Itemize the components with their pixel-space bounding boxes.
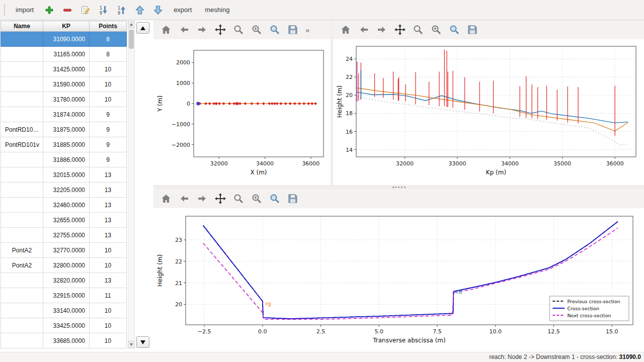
subplots-button[interactable] — [249, 191, 264, 206]
cell-kp[interactable]: 32755.0000 — [43, 228, 90, 243]
move-down-button[interactable] — [150, 3, 166, 18]
cell-kp[interactable]: 31590.0000 — [43, 77, 90, 92]
cell-name[interactable] — [1, 288, 43, 303]
cell-name[interactable]: PontRD101v — [1, 137, 43, 152]
cell-kp[interactable]: 33140.0000 — [43, 303, 90, 318]
save-button[interactable] — [285, 22, 300, 37]
cell-kp[interactable]: 32460.0000 — [43, 198, 90, 213]
cell-name[interactable] — [1, 318, 43, 333]
cross-section-figure[interactable]: rgrd−2.50.02.55.07.510.012.515.020212223… — [153, 208, 644, 352]
table-row[interactable]: 31165.00008 — [1, 47, 127, 62]
cell-points[interactable]: 13 — [90, 198, 127, 213]
save-button[interactable] — [465, 22, 480, 37]
cell-name[interactable] — [1, 92, 43, 107]
forward-button[interactable] — [195, 22, 210, 37]
edit-cross-section-button[interactable] — [78, 3, 93, 18]
move-up-button[interactable] — [132, 3, 147, 18]
table-row[interactable]: PontRD10…31875.00009 — [1, 122, 127, 137]
table-row[interactable]: 33425.000010 — [1, 318, 127, 333]
table-row[interactable]: 32915.000011 — [1, 288, 127, 303]
cell-name[interactable] — [1, 32, 43, 47]
cell-kp[interactable]: 33425.0000 — [43, 318, 90, 333]
cell-name[interactable] — [1, 333, 43, 348]
table-row[interactable]: 32015.000013 — [1, 167, 127, 183]
cell-points[interactable]: 10 — [90, 318, 127, 333]
cell-kp[interactable]: 31165.0000 — [43, 47, 90, 62]
cell-name[interactable]: PontRD10… — [1, 122, 43, 137]
cell-kp[interactable]: 31875.0000 — [43, 122, 90, 137]
scrollbar-track[interactable] — [128, 28, 135, 341]
cell-name[interactable] — [1, 273, 43, 288]
meshing-button[interactable]: meshing — [200, 3, 234, 17]
move-row-up-button[interactable] — [136, 22, 149, 34]
table-row[interactable]: 33140.000010 — [1, 303, 127, 318]
cell-kp[interactable]: 32770.0000 — [43, 243, 90, 258]
customize-button[interactable] — [267, 22, 282, 37]
cell-name[interactable] — [1, 213, 43, 228]
subplots-button[interactable] — [249, 22, 264, 37]
cell-name[interactable] — [1, 303, 43, 318]
table-row[interactable]: 31874.00009 — [1, 107, 127, 122]
save-button[interactable] — [285, 191, 300, 206]
table-scrollbar[interactable] — [128, 21, 135, 348]
cell-name[interactable] — [1, 77, 43, 92]
sort-ascending-button[interactable]: 19 — [114, 3, 129, 18]
add-cross-section-button[interactable] — [42, 3, 57, 18]
table-row[interactable]: 32205.000013 — [1, 183, 127, 198]
cell-points[interactable]: 10 — [90, 333, 127, 348]
cell-kp[interactable]: 31425.0000 — [43, 62, 90, 77]
export-button[interactable]: export — [169, 3, 197, 17]
cell-name[interactable] — [1, 47, 43, 62]
cell-kp[interactable]: 31874.0000 — [43, 107, 90, 122]
table-row[interactable]: 31780.000010 — [1, 92, 127, 107]
cell-name[interactable] — [1, 183, 43, 198]
column-header-points[interactable]: Points — [90, 21, 127, 32]
cell-points[interactable]: 10 — [90, 92, 127, 107]
cell-points[interactable]: 8 — [90, 32, 127, 47]
home-button[interactable] — [338, 22, 353, 37]
cell-name[interactable] — [1, 228, 43, 243]
pan-button[interactable] — [213, 191, 228, 206]
scroll-down-button[interactable] — [128, 341, 135, 348]
profile-figure[interactable]: 3200033000340003500036000141618202224Kp … — [333, 39, 644, 185]
table-row[interactable]: PontA232800.000010 — [1, 258, 127, 273]
cell-name[interactable] — [1, 198, 43, 213]
scrollbar-thumb[interactable] — [129, 30, 134, 49]
cell-points[interactable]: 13 — [90, 167, 127, 183]
horizontal-splitter[interactable] — [153, 185, 644, 189]
back-button[interactable] — [356, 22, 371, 37]
cell-points[interactable]: 13 — [90, 213, 127, 228]
table-row[interactable]: 32460.000013 — [1, 198, 127, 213]
cell-points[interactable]: 10 — [90, 62, 127, 77]
cell-kp[interactable]: 32015.0000 — [43, 167, 90, 183]
cell-name[interactable]: PontA2 — [1, 258, 43, 273]
cell-kp[interactable]: 32655.0000 — [43, 213, 90, 228]
cell-points[interactable]: 9 — [90, 137, 127, 152]
table-row[interactable]: 32755.000013 — [1, 228, 127, 243]
home-button[interactable] — [158, 191, 174, 206]
pan-button[interactable] — [392, 22, 408, 37]
customize-button[interactable] — [447, 22, 462, 37]
table-row[interactable]: 31425.000010 — [1, 62, 127, 77]
import-button[interactable]: import — [11, 3, 39, 17]
forward-button[interactable] — [195, 191, 210, 206]
cell-points[interactable]: 9 — [90, 107, 127, 122]
back-button[interactable] — [177, 22, 192, 37]
cell-kp[interactable]: 31090.0000 — [43, 32, 90, 47]
cell-name[interactable] — [1, 62, 43, 77]
forward-button[interactable] — [374, 22, 389, 37]
plan-view-figure[interactable]: 320003400036000−2000−1000010002000X (m)Y… — [153, 39, 331, 185]
cell-kp[interactable]: 31886.0000 — [43, 152, 90, 167]
sort-descending-button[interactable]: 19 — [96, 3, 111, 18]
scroll-up-button[interactable] — [128, 21, 135, 28]
table-row[interactable]: 31090.00008 — [1, 32, 127, 47]
cell-points[interactable]: 13 — [90, 273, 127, 288]
remove-cross-section-button[interactable] — [60, 3, 75, 18]
zoom-button[interactable] — [231, 191, 246, 206]
cell-kp[interactable]: 31885.0000 — [43, 137, 90, 152]
table-row[interactable]: PontA232770.000010 — [1, 243, 127, 258]
cell-points[interactable]: 13 — [90, 183, 127, 198]
cell-kp[interactable]: 32915.0000 — [43, 288, 90, 303]
table-row[interactable]: PontRD101v31885.00009 — [1, 137, 127, 152]
back-button[interactable] — [177, 191, 192, 206]
